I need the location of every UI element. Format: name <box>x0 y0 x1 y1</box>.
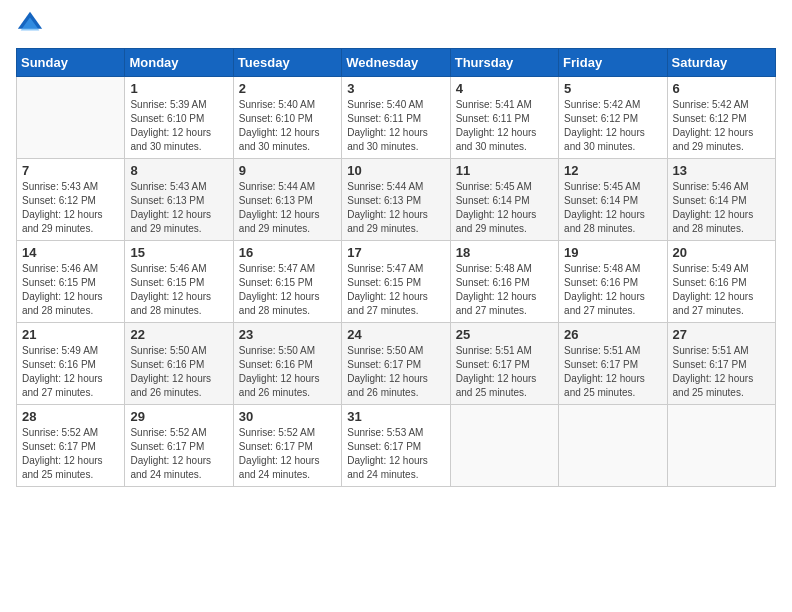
day-info: Sunrise: 5:46 AMSunset: 6:15 PMDaylight:… <box>22 262 119 318</box>
calendar-cell <box>17 77 125 159</box>
day-info: Sunrise: 5:49 AMSunset: 6:16 PMDaylight:… <box>673 262 770 318</box>
calendar-cell <box>450 405 558 487</box>
calendar-cell: 24Sunrise: 5:50 AMSunset: 6:17 PMDayligh… <box>342 323 450 405</box>
day-number: 29 <box>130 409 227 424</box>
weekday-header-friday: Friday <box>559 49 667 77</box>
day-info: Sunrise: 5:45 AMSunset: 6:14 PMDaylight:… <box>564 180 661 236</box>
day-number: 9 <box>239 163 336 178</box>
day-number: 13 <box>673 163 770 178</box>
calendar-cell: 27Sunrise: 5:51 AMSunset: 6:17 PMDayligh… <box>667 323 775 405</box>
day-info: Sunrise: 5:49 AMSunset: 6:16 PMDaylight:… <box>22 344 119 400</box>
calendar: SundayMondayTuesdayWednesdayThursdayFrid… <box>16 48 776 487</box>
header <box>16 10 776 38</box>
day-info: Sunrise: 5:44 AMSunset: 6:13 PMDaylight:… <box>347 180 444 236</box>
weekday-header-row: SundayMondayTuesdayWednesdayThursdayFrid… <box>17 49 776 77</box>
day-info: Sunrise: 5:46 AMSunset: 6:15 PMDaylight:… <box>130 262 227 318</box>
day-number: 18 <box>456 245 553 260</box>
day-info: Sunrise: 5:42 AMSunset: 6:12 PMDaylight:… <box>673 98 770 154</box>
calendar-cell: 28Sunrise: 5:52 AMSunset: 6:17 PMDayligh… <box>17 405 125 487</box>
calendar-cell: 4Sunrise: 5:41 AMSunset: 6:11 PMDaylight… <box>450 77 558 159</box>
calendar-cell: 19Sunrise: 5:48 AMSunset: 6:16 PMDayligh… <box>559 241 667 323</box>
weekday-header-sunday: Sunday <box>17 49 125 77</box>
day-info: Sunrise: 5:48 AMSunset: 6:16 PMDaylight:… <box>564 262 661 318</box>
day-number: 2 <box>239 81 336 96</box>
calendar-cell: 15Sunrise: 5:46 AMSunset: 6:15 PMDayligh… <box>125 241 233 323</box>
day-number: 27 <box>673 327 770 342</box>
day-info: Sunrise: 5:51 AMSunset: 6:17 PMDaylight:… <box>564 344 661 400</box>
calendar-cell: 21Sunrise: 5:49 AMSunset: 6:16 PMDayligh… <box>17 323 125 405</box>
day-number: 20 <box>673 245 770 260</box>
calendar-cell: 8Sunrise: 5:43 AMSunset: 6:13 PMDaylight… <box>125 159 233 241</box>
day-number: 16 <box>239 245 336 260</box>
calendar-cell: 2Sunrise: 5:40 AMSunset: 6:10 PMDaylight… <box>233 77 341 159</box>
day-number: 7 <box>22 163 119 178</box>
day-number: 17 <box>347 245 444 260</box>
calendar-cell: 1Sunrise: 5:39 AMSunset: 6:10 PMDaylight… <box>125 77 233 159</box>
day-info: Sunrise: 5:47 AMSunset: 6:15 PMDaylight:… <box>239 262 336 318</box>
day-number: 15 <box>130 245 227 260</box>
day-number: 23 <box>239 327 336 342</box>
day-info: Sunrise: 5:50 AMSunset: 6:16 PMDaylight:… <box>130 344 227 400</box>
calendar-cell <box>667 405 775 487</box>
calendar-cell: 5Sunrise: 5:42 AMSunset: 6:12 PMDaylight… <box>559 77 667 159</box>
calendar-cell: 25Sunrise: 5:51 AMSunset: 6:17 PMDayligh… <box>450 323 558 405</box>
day-number: 10 <box>347 163 444 178</box>
weekday-header-tuesday: Tuesday <box>233 49 341 77</box>
calendar-cell: 13Sunrise: 5:46 AMSunset: 6:14 PMDayligh… <box>667 159 775 241</box>
calendar-week-row: 1Sunrise: 5:39 AMSunset: 6:10 PMDaylight… <box>17 77 776 159</box>
day-number: 26 <box>564 327 661 342</box>
weekday-header-wednesday: Wednesday <box>342 49 450 77</box>
day-info: Sunrise: 5:43 AMSunset: 6:13 PMDaylight:… <box>130 180 227 236</box>
weekday-header-monday: Monday <box>125 49 233 77</box>
day-number: 1 <box>130 81 227 96</box>
day-number: 8 <box>130 163 227 178</box>
day-info: Sunrise: 5:45 AMSunset: 6:14 PMDaylight:… <box>456 180 553 236</box>
calendar-cell: 16Sunrise: 5:47 AMSunset: 6:15 PMDayligh… <box>233 241 341 323</box>
calendar-cell: 9Sunrise: 5:44 AMSunset: 6:13 PMDaylight… <box>233 159 341 241</box>
calendar-cell: 11Sunrise: 5:45 AMSunset: 6:14 PMDayligh… <box>450 159 558 241</box>
calendar-cell: 22Sunrise: 5:50 AMSunset: 6:16 PMDayligh… <box>125 323 233 405</box>
day-number: 31 <box>347 409 444 424</box>
day-info: Sunrise: 5:41 AMSunset: 6:11 PMDaylight:… <box>456 98 553 154</box>
day-number: 24 <box>347 327 444 342</box>
day-number: 14 <box>22 245 119 260</box>
day-number: 11 <box>456 163 553 178</box>
page: SundayMondayTuesdayWednesdayThursdayFrid… <box>0 0 792 612</box>
day-info: Sunrise: 5:52 AMSunset: 6:17 PMDaylight:… <box>239 426 336 482</box>
calendar-cell: 31Sunrise: 5:53 AMSunset: 6:17 PMDayligh… <box>342 405 450 487</box>
day-number: 6 <box>673 81 770 96</box>
day-info: Sunrise: 5:44 AMSunset: 6:13 PMDaylight:… <box>239 180 336 236</box>
day-info: Sunrise: 5:51 AMSunset: 6:17 PMDaylight:… <box>673 344 770 400</box>
day-number: 3 <box>347 81 444 96</box>
calendar-cell: 23Sunrise: 5:50 AMSunset: 6:16 PMDayligh… <box>233 323 341 405</box>
day-number: 30 <box>239 409 336 424</box>
day-info: Sunrise: 5:46 AMSunset: 6:14 PMDaylight:… <box>673 180 770 236</box>
day-info: Sunrise: 5:50 AMSunset: 6:17 PMDaylight:… <box>347 344 444 400</box>
day-number: 28 <box>22 409 119 424</box>
day-number: 4 <box>456 81 553 96</box>
calendar-cell: 26Sunrise: 5:51 AMSunset: 6:17 PMDayligh… <box>559 323 667 405</box>
day-info: Sunrise: 5:51 AMSunset: 6:17 PMDaylight:… <box>456 344 553 400</box>
calendar-cell: 20Sunrise: 5:49 AMSunset: 6:16 PMDayligh… <box>667 241 775 323</box>
calendar-week-row: 28Sunrise: 5:52 AMSunset: 6:17 PMDayligh… <box>17 405 776 487</box>
day-info: Sunrise: 5:39 AMSunset: 6:10 PMDaylight:… <box>130 98 227 154</box>
day-info: Sunrise: 5:52 AMSunset: 6:17 PMDaylight:… <box>22 426 119 482</box>
logo <box>16 10 48 38</box>
day-info: Sunrise: 5:43 AMSunset: 6:12 PMDaylight:… <box>22 180 119 236</box>
day-number: 22 <box>130 327 227 342</box>
day-info: Sunrise: 5:42 AMSunset: 6:12 PMDaylight:… <box>564 98 661 154</box>
calendar-cell: 18Sunrise: 5:48 AMSunset: 6:16 PMDayligh… <box>450 241 558 323</box>
day-number: 5 <box>564 81 661 96</box>
day-info: Sunrise: 5:52 AMSunset: 6:17 PMDaylight:… <box>130 426 227 482</box>
logo-icon <box>16 10 44 38</box>
day-number: 19 <box>564 245 661 260</box>
weekday-header-saturday: Saturday <box>667 49 775 77</box>
calendar-cell: 14Sunrise: 5:46 AMSunset: 6:15 PMDayligh… <box>17 241 125 323</box>
day-info: Sunrise: 5:50 AMSunset: 6:16 PMDaylight:… <box>239 344 336 400</box>
calendar-cell: 30Sunrise: 5:52 AMSunset: 6:17 PMDayligh… <box>233 405 341 487</box>
calendar-cell: 29Sunrise: 5:52 AMSunset: 6:17 PMDayligh… <box>125 405 233 487</box>
day-info: Sunrise: 5:40 AMSunset: 6:10 PMDaylight:… <box>239 98 336 154</box>
day-info: Sunrise: 5:40 AMSunset: 6:11 PMDaylight:… <box>347 98 444 154</box>
calendar-cell: 17Sunrise: 5:47 AMSunset: 6:15 PMDayligh… <box>342 241 450 323</box>
day-info: Sunrise: 5:48 AMSunset: 6:16 PMDaylight:… <box>456 262 553 318</box>
